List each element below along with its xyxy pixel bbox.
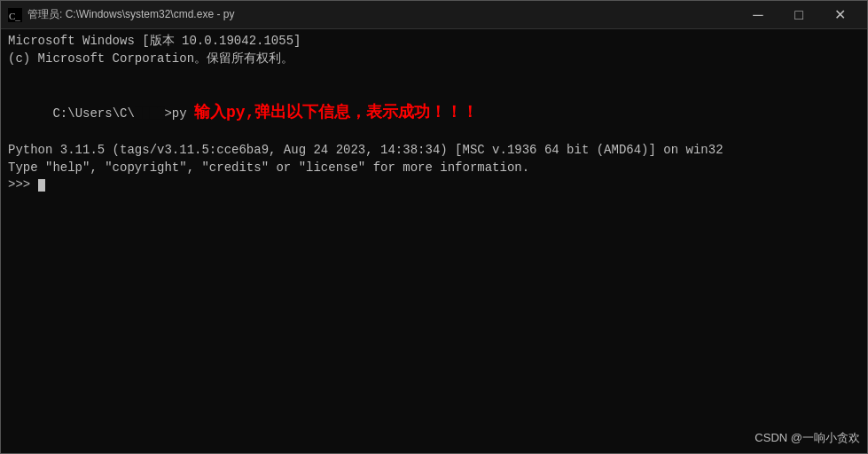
line-help-info: Type "help", "copyright", "credits" or "…: [8, 160, 860, 177]
line-python-version: Python 3.11.5 (tags/v3.11.5:cce6ba9, Aug…: [8, 142, 860, 160]
window-controls: ─ □ ✕: [738, 1, 860, 29]
minimize-button[interactable]: ─: [738, 1, 778, 29]
watermark: CSDN @一响小贪欢: [755, 430, 860, 446]
line-prompt: >>>: [8, 176, 860, 194]
svg-text:C_: C_: [9, 11, 20, 21]
annotation-text: 输入py,弹出以下信息，表示成功！！！: [194, 104, 478, 121]
line-windows-version: Microsoft Windows [版本 10.0.19042.1055]: [8, 33, 860, 51]
window-title: 管理员: C:\Windows\system32\cmd.exe - py: [27, 7, 234, 22]
cursor-blink: [38, 179, 45, 192]
line-empty: [8, 67, 860, 85]
line-py-command: C:\Users\C\████>py 输入py,弹出以下信息，表示成功！！！: [8, 85, 860, 142]
title-bar: C_ 管理员: C:\Windows\system32\cmd.exe - py…: [1, 1, 867, 29]
terminal-body[interactable]: Microsoft Windows [版本 10.0.19042.1055] (…: [1, 29, 867, 453]
cmd-icon: C_: [8, 8, 22, 22]
prompt-path: C:\Users\C\████>py: [52, 106, 194, 121]
maximize-button[interactable]: □: [778, 1, 819, 29]
close-button[interactable]: ✕: [819, 1, 860, 29]
cmd-window: C_ 管理员: C:\Windows\system32\cmd.exe - py…: [0, 0, 868, 454]
title-bar-left: C_ 管理员: C:\Windows\system32\cmd.exe - py: [8, 7, 234, 22]
line-ms-copyright: (c) Microsoft Corporation。保留所有权利。: [8, 51, 860, 68]
